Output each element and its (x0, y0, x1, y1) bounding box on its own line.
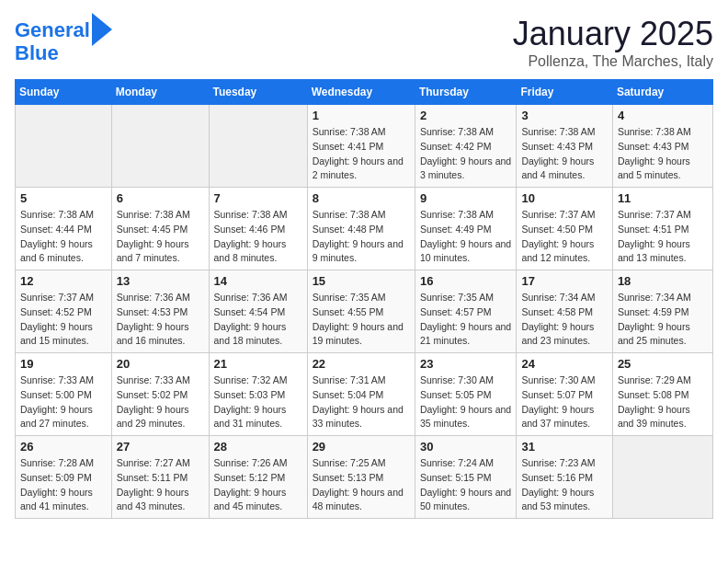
calendar-table: SundayMondayTuesdayWednesdayThursdayFrid… (15, 79, 713, 519)
day-info: Sunrise: 7:34 AM Sunset: 4:59 PM Dayligh… (618, 291, 708, 349)
day-info: Sunrise: 7:23 AM Sunset: 5:16 PM Dayligh… (521, 456, 607, 514)
day-header-saturday: Saturday (612, 80, 712, 105)
day-info: Sunrise: 7:31 AM Sunset: 5:04 PM Dayligh… (313, 373, 410, 431)
day-cell: 22Sunrise: 7:31 AM Sunset: 5:04 PM Dayli… (307, 353, 415, 436)
calendar-subtitle: Pollenza, The Marches, Italy (513, 53, 713, 70)
calendar-title: January 2025 (513, 15, 713, 53)
day-info: Sunrise: 7:35 AM Sunset: 4:57 PM Dayligh… (420, 291, 512, 349)
week-row-1: 1Sunrise: 7:38 AM Sunset: 4:41 PM Daylig… (16, 105, 713, 188)
day-info: Sunrise: 7:38 AM Sunset: 4:42 PM Dayligh… (420, 125, 512, 183)
day-cell: 18Sunrise: 7:34 AM Sunset: 4:59 PM Dayli… (612, 270, 712, 353)
calendar-body: 1Sunrise: 7:38 AM Sunset: 4:41 PM Daylig… (16, 105, 713, 519)
day-number: 8 (313, 191, 410, 205)
day-number: 28 (214, 440, 302, 454)
week-row-4: 19Sunrise: 7:33 AM Sunset: 5:00 PM Dayli… (16, 353, 713, 436)
day-info: Sunrise: 7:30 AM Sunset: 5:07 PM Dayligh… (521, 373, 607, 431)
day-cell: 20Sunrise: 7:33 AM Sunset: 5:02 PM Dayli… (111, 353, 209, 436)
day-number: 17 (521, 274, 607, 288)
day-number: 13 (117, 274, 204, 288)
day-cell: 3Sunrise: 7:38 AM Sunset: 4:43 PM Daylig… (517, 105, 612, 188)
day-cell: 31Sunrise: 7:23 AM Sunset: 5:16 PM Dayli… (517, 436, 612, 519)
day-cell (612, 436, 712, 519)
day-number: 23 (420, 357, 512, 371)
day-cell: 10Sunrise: 7:37 AM Sunset: 4:50 PM Dayli… (517, 188, 612, 270)
day-info: Sunrise: 7:33 AM Sunset: 5:00 PM Dayligh… (20, 373, 107, 431)
day-number: 2 (420, 109, 512, 122)
day-info: Sunrise: 7:38 AM Sunset: 4:41 PM Dayligh… (313, 125, 410, 183)
day-number: 20 (117, 357, 204, 371)
logo-general: General (15, 18, 90, 41)
day-cell (16, 105, 112, 188)
day-number: 6 (117, 191, 204, 205)
day-cell: 25Sunrise: 7:29 AM Sunset: 5:08 PM Dayli… (612, 353, 712, 436)
week-row-2: 5Sunrise: 7:38 AM Sunset: 4:44 PM Daylig… (16, 188, 713, 270)
day-number: 16 (420, 274, 512, 288)
day-info: Sunrise: 7:38 AM Sunset: 4:46 PM Dayligh… (214, 208, 302, 266)
day-header-friday: Friday (517, 80, 612, 105)
day-number: 14 (214, 274, 302, 288)
day-cell: 11Sunrise: 7:37 AM Sunset: 4:51 PM Dayli… (612, 188, 712, 270)
day-cell: 2Sunrise: 7:38 AM Sunset: 4:42 PM Daylig… (415, 105, 517, 188)
day-cell: 8Sunrise: 7:38 AM Sunset: 4:48 PM Daylig… (307, 188, 415, 270)
day-number: 26 (20, 440, 107, 454)
day-cell (111, 105, 209, 188)
day-cell: 26Sunrise: 7:28 AM Sunset: 5:09 PM Dayli… (16, 436, 112, 519)
day-number: 7 (214, 191, 302, 205)
day-info: Sunrise: 7:38 AM Sunset: 4:44 PM Dayligh… (20, 208, 107, 266)
day-number: 11 (618, 191, 708, 205)
day-cell: 6Sunrise: 7:38 AM Sunset: 4:45 PM Daylig… (111, 188, 209, 270)
day-number: 27 (117, 440, 204, 454)
day-header-tuesday: Tuesday (209, 80, 307, 105)
day-info: Sunrise: 7:24 AM Sunset: 5:15 PM Dayligh… (420, 456, 512, 514)
day-number: 4 (618, 109, 708, 122)
day-info: Sunrise: 7:25 AM Sunset: 5:13 PM Dayligh… (313, 456, 410, 514)
day-number: 10 (521, 191, 607, 205)
day-number: 24 (521, 357, 607, 371)
day-cell: 29Sunrise: 7:25 AM Sunset: 5:13 PM Dayli… (307, 436, 415, 519)
day-info: Sunrise: 7:27 AM Sunset: 5:11 PM Dayligh… (117, 456, 204, 514)
day-number: 29 (313, 440, 410, 454)
day-info: Sunrise: 7:38 AM Sunset: 4:43 PM Dayligh… (521, 125, 607, 183)
day-info: Sunrise: 7:38 AM Sunset: 4:48 PM Dayligh… (313, 208, 410, 266)
day-cell: 28Sunrise: 7:26 AM Sunset: 5:12 PM Dayli… (209, 436, 307, 519)
day-cell: 17Sunrise: 7:34 AM Sunset: 4:58 PM Dayli… (517, 270, 612, 353)
week-row-5: 26Sunrise: 7:28 AM Sunset: 5:09 PM Dayli… (16, 436, 713, 519)
day-number: 31 (521, 440, 607, 454)
day-header-monday: Monday (111, 80, 209, 105)
day-cell: 14Sunrise: 7:36 AM Sunset: 4:54 PM Dayli… (209, 270, 307, 353)
day-header-wednesday: Wednesday (307, 80, 415, 105)
day-number: 25 (618, 357, 708, 371)
day-cell: 15Sunrise: 7:35 AM Sunset: 4:55 PM Dayli… (307, 270, 415, 353)
day-cell: 9Sunrise: 7:38 AM Sunset: 4:49 PM Daylig… (415, 188, 517, 270)
day-info: Sunrise: 7:38 AM Sunset: 4:49 PM Dayligh… (420, 208, 512, 266)
day-cell: 19Sunrise: 7:33 AM Sunset: 5:00 PM Dayli… (16, 353, 112, 436)
day-number: 19 (20, 357, 107, 371)
day-number: 12 (20, 274, 107, 288)
day-cell: 23Sunrise: 7:30 AM Sunset: 5:05 PM Dayli… (415, 353, 517, 436)
day-cell: 12Sunrise: 7:37 AM Sunset: 4:52 PM Dayli… (16, 270, 112, 353)
day-number: 9 (420, 191, 512, 205)
day-info: Sunrise: 7:37 AM Sunset: 4:51 PM Dayligh… (618, 208, 708, 266)
day-cell: 27Sunrise: 7:27 AM Sunset: 5:11 PM Dayli… (111, 436, 209, 519)
day-cell: 4Sunrise: 7:38 AM Sunset: 4:43 PM Daylig… (612, 105, 712, 188)
day-info: Sunrise: 7:33 AM Sunset: 5:02 PM Dayligh… (117, 373, 204, 431)
day-header-thursday: Thursday (415, 80, 517, 105)
day-number: 5 (20, 191, 107, 205)
day-number: 21 (214, 357, 302, 371)
day-info: Sunrise: 7:26 AM Sunset: 5:12 PM Dayligh… (214, 456, 302, 514)
day-number: 18 (618, 274, 708, 288)
day-info: Sunrise: 7:36 AM Sunset: 4:54 PM Dayligh… (214, 291, 302, 349)
day-info: Sunrise: 7:34 AM Sunset: 4:58 PM Dayligh… (521, 291, 607, 349)
day-header-sunday: Sunday (16, 80, 112, 105)
day-number: 15 (313, 274, 410, 288)
day-info: Sunrise: 7:29 AM Sunset: 5:08 PM Dayligh… (618, 373, 708, 431)
page-header: General Blue January 2025 Pollenza, The … (15, 15, 713, 70)
title-block: January 2025 Pollenza, The Marches, Ital… (513, 15, 713, 70)
day-cell: 24Sunrise: 7:30 AM Sunset: 5:07 PM Dayli… (517, 353, 612, 436)
day-number: 22 (313, 357, 410, 371)
calendar-header: SundayMondayTuesdayWednesdayThursdayFrid… (16, 80, 713, 105)
day-cell: 21Sunrise: 7:32 AM Sunset: 5:03 PM Dayli… (209, 353, 307, 436)
day-cell: 7Sunrise: 7:38 AM Sunset: 4:46 PM Daylig… (209, 188, 307, 270)
logo-arrow-icon (92, 13, 112, 46)
day-info: Sunrise: 7:30 AM Sunset: 5:05 PM Dayligh… (420, 373, 512, 431)
